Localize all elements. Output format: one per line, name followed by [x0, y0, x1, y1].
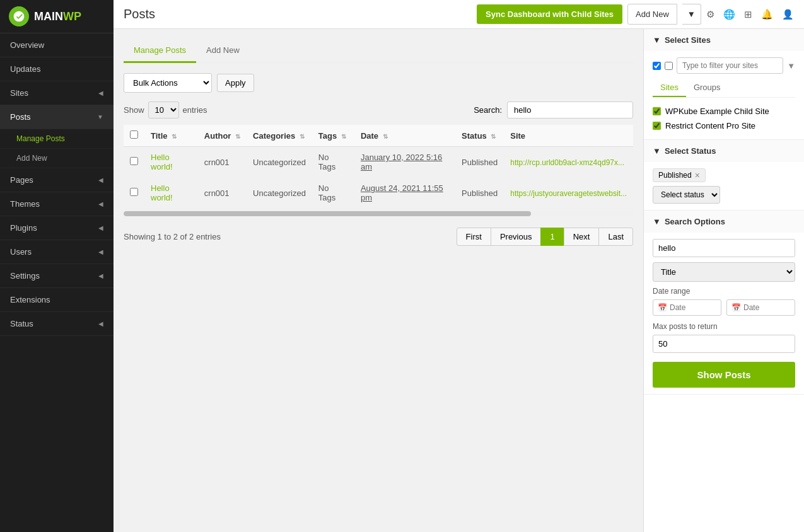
tab-manage-posts[interactable]: Manage Posts — [124, 39, 196, 63]
row-checkbox-1[interactable] — [130, 188, 138, 196]
bell-icon[interactable]: 🔔 — [761, 9, 773, 20]
search-box: Search: — [474, 101, 633, 119]
sync-button[interactable]: Sync Dashboard with Child Sites — [477, 4, 622, 24]
select-sites-header[interactable]: ▼ Select Sites — [644, 29, 804, 51]
first-page-button[interactable]: First — [457, 228, 491, 246]
search-options-toggle-icon: ▼ — [653, 217, 661, 226]
sidebar-logo: MAINWP — [0, 0, 114, 33]
entries-per-page-select[interactable]: 10 — [148, 101, 179, 119]
site-wpkube-checkbox[interactable] — [653, 107, 661, 115]
post-tags-0: No Tags — [312, 147, 354, 178]
search-in-select[interactable]: Title Content Excerpt — [653, 262, 795, 282]
post-date-1: August 24, 2021 11:55 pm — [354, 178, 455, 209]
grid-icon[interactable]: ⊞ — [744, 9, 752, 20]
select-sites-body: ▼ Sites Groups WPKube Example Child Site… — [644, 51, 804, 139]
sidebar-item-extensions[interactable]: Extensions — [0, 288, 114, 312]
add-new-caret-button[interactable]: ▼ — [682, 4, 701, 25]
pagination-area: Showing 1 to 2 of 2 entries First Previo… — [124, 228, 633, 246]
search-options-header[interactable]: ▼ Search Options — [644, 211, 804, 233]
mainwp-logo-text: MAINWP — [34, 10, 81, 23]
status-arrow-icon: ◀ — [98, 320, 103, 327]
sidebar-sub-manage-posts[interactable]: Manage Posts — [0, 129, 114, 149]
tab-add-new[interactable]: Add New — [196, 39, 250, 63]
col-date: Date ⇅ — [354, 125, 455, 147]
post-site-link-0[interactable]: http://rcp.urld0b9acl-xmz4qd97x... — [510, 158, 624, 167]
table-search-input[interactable] — [507, 101, 633, 119]
date-range-row: 📅 📅 — [653, 299, 795, 316]
users-arrow-icon: ◀ — [98, 248, 103, 255]
date-to-input[interactable] — [743, 303, 790, 312]
site-restrict-label: Restrict Content Pro Site — [665, 121, 755, 130]
main-wrapper: Posts Sync Dashboard with Child Sites Ad… — [114, 0, 804, 532]
col-author: Author ⇅ — [198, 125, 247, 147]
main-panel: Manage Posts Add New Bulk Actions Apply … — [114, 29, 643, 532]
search-options-title: Search Options — [665, 217, 725, 226]
entries-label: entries — [183, 105, 207, 115]
last-page-button[interactable]: Last — [598, 228, 633, 246]
tab-sites[interactable]: Sites — [653, 79, 686, 97]
sidebar-item-status[interactable]: Status◀ — [0, 312, 114, 336]
plugins-arrow-icon: ◀ — [98, 224, 103, 231]
sidebar-item-posts[interactable]: Posts▼ — [0, 105, 114, 129]
topbar-right: Sync Dashboard with Child Sites Add New … — [477, 4, 794, 25]
search-options-body: Title Content Excerpt Date range 📅 📅 — [644, 233, 804, 394]
sidebar-item-plugins[interactable]: Plugins◀ — [0, 216, 114, 240]
sidebar-item-updates[interactable]: Updates — [0, 57, 114, 81]
date-from-wrap: 📅 — [653, 299, 721, 316]
sidebar-sub-add-new[interactable]: Add New — [0, 149, 114, 168]
show-label: Show — [124, 105, 144, 115]
max-posts-label: Max posts to return — [653, 322, 795, 331]
tabs: Manage Posts Add New — [124, 39, 633, 63]
col-title: Title ⇅ — [144, 125, 198, 147]
check-all-sites-checkbox[interactable] — [653, 62, 661, 70]
uncheck-all-sites-checkbox[interactable] — [665, 62, 673, 70]
sidebar-item-pages[interactable]: Pages◀ — [0, 168, 114, 192]
post-status-0: Published — [455, 147, 504, 178]
tab-groups[interactable]: Groups — [686, 79, 728, 97]
add-new-button[interactable]: Add New — [627, 4, 677, 25]
search-keyword-input[interactable] — [653, 239, 795, 257]
post-site-link-1[interactable]: https://justyouraveragetestwebsit... — [510, 189, 627, 198]
status-dropdown[interactable]: Select status Published Draft Pending — [653, 186, 720, 204]
current-page-button[interactable]: 1 — [540, 228, 564, 246]
sites-filter-input[interactable] — [677, 57, 783, 74]
date-from-input[interactable] — [670, 303, 716, 312]
select-all-checkbox[interactable] — [130, 130, 138, 139]
apply-button[interactable]: Apply — [217, 74, 254, 92]
settings-arrow-icon: ◀ — [98, 272, 103, 279]
prev-page-button[interactable]: Previous — [491, 228, 542, 246]
select-status-section: ▼ Select Status Published × Select statu… — [644, 140, 804, 211]
published-tag-label: Published — [658, 171, 692, 180]
max-posts-input[interactable] — [653, 335, 795, 353]
post-author-0: crn001 — [198, 147, 247, 178]
right-panel: ▼ Select Sites ▼ Sites Groups — [643, 29, 804, 532]
bulk-actions-select[interactable]: Bulk Actions — [124, 73, 212, 93]
pagination-buttons: First Previous 1 Next Last — [457, 228, 633, 246]
sidebar-item-users[interactable]: Users◀ — [0, 240, 114, 264]
select-status-header[interactable]: ▼ Select Status — [644, 140, 804, 162]
row-checkbox-0[interactable] — [130, 157, 138, 165]
user-icon[interactable]: 👤 — [782, 9, 794, 20]
sites-tabs: Sites Groups — [653, 79, 795, 98]
sidebar-item-themes[interactable]: Themes◀ — [0, 192, 114, 216]
topbar-icons: ⚙ 🌐 ⊞ 🔔 👤 — [706, 9, 794, 20]
next-page-button[interactable]: Next — [564, 228, 600, 246]
calendar-from-icon: 📅 — [658, 303, 667, 312]
post-tags-1: No Tags — [312, 178, 354, 209]
select-status-body: Published × Select status Published Draf… — [644, 162, 804, 210]
themes-arrow-icon: ◀ — [98, 200, 103, 207]
remove-published-tag-button[interactable]: × — [695, 171, 700, 180]
post-title-link-0[interactable]: Hello world! — [151, 153, 173, 171]
sidebar-item-overview[interactable]: Overview — [0, 33, 114, 57]
sidebar-item-sites[interactable]: Sites◀ — [0, 81, 114, 105]
horizontal-scrollbar[interactable] — [124, 211, 633, 216]
published-status-tag: Published × — [653, 168, 706, 182]
globe-icon[interactable]: 🌐 — [723, 9, 735, 20]
sidebar-item-settings[interactable]: Settings◀ — [0, 264, 114, 288]
filter-icon[interactable]: ▼ — [787, 61, 795, 71]
post-title-link-1[interactable]: Hello world! — [151, 183, 173, 202]
site-restrict-checkbox[interactable] — [653, 122, 661, 130]
show-posts-button[interactable]: Show Posts — [653, 362, 795, 388]
gear-icon[interactable]: ⚙ — [706, 9, 714, 20]
pages-arrow-icon: ◀ — [98, 176, 103, 183]
